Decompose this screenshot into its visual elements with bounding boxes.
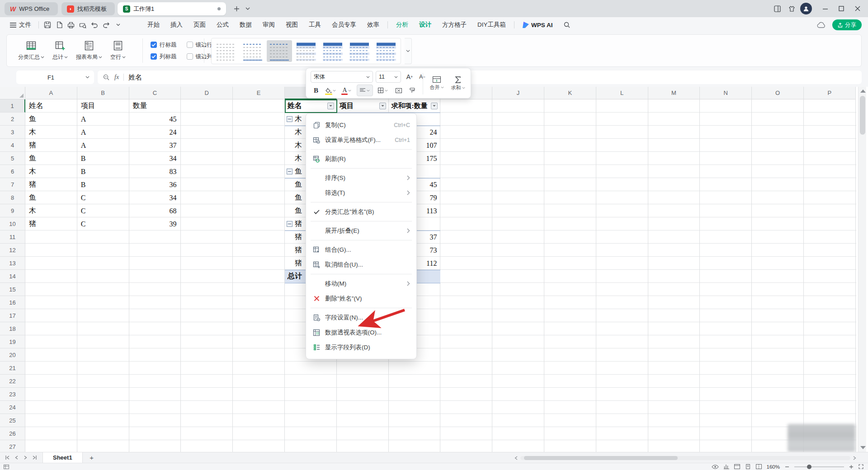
menu-item-4[interactable]: 数据 — [234, 19, 257, 31]
prev-sheet-icon[interactable] — [12, 453, 21, 462]
menubar-search-icon[interactable] — [558, 20, 576, 30]
menu-plugin-0[interactable]: 方方格子 — [437, 19, 472, 31]
font-name-combo[interactable]: 宋体 — [311, 71, 373, 83]
undo-icon[interactable] — [89, 19, 100, 30]
cell-B6[interactable]: B — [78, 165, 125, 178]
cell-C7[interactable]: 36 — [130, 178, 177, 191]
collapse-minus-icon[interactable] — [287, 169, 292, 174]
tab-workbook1[interactable]: S 工作簿1 — [118, 2, 226, 15]
format-painter-icon[interactable] — [406, 85, 418, 96]
pivot-header-1[interactable]: 项目 — [340, 99, 380, 113]
last-sheet-icon[interactable] — [30, 453, 39, 462]
column-header-C[interactable]: C — [129, 87, 181, 99]
cell-B8[interactable]: C — [78, 191, 125, 204]
context-menu-item-18[interactable]: 字段设置(N)... — [306, 310, 416, 325]
checkbox-checked-icon[interactable] — [151, 42, 157, 48]
quick-access-chevron-icon[interactable] — [113, 19, 123, 30]
file-menu[interactable]: 文件 — [0, 21, 36, 29]
row-header-4[interactable]: 4 — [0, 139, 25, 152]
scroll-right-icon[interactable] — [853, 456, 856, 460]
column-header-N[interactable]: N — [700, 87, 752, 99]
zoom-out-button[interactable] — [785, 465, 789, 469]
checkbox-3[interactable]: 镶边列 — [187, 53, 213, 61]
tab-docer-templates[interactable]: ◗ 找稻壳模板 — [61, 2, 115, 15]
column-header-A[interactable]: A — [25, 87, 77, 99]
row-header-19[interactable]: 19 — [0, 335, 25, 348]
cell-A10[interactable]: 猪 — [26, 217, 73, 230]
new-tab-button[interactable] — [231, 4, 241, 14]
cell-A2[interactable]: 鱼 — [26, 113, 73, 126]
checkbox-1[interactable]: 镶边行 — [187, 41, 213, 49]
first-sheet-icon[interactable] — [3, 453, 12, 462]
row-header-9[interactable]: 9 — [0, 204, 25, 217]
cell-A3[interactable]: 木 — [26, 126, 73, 139]
row-header-17[interactable]: 17 — [0, 309, 25, 322]
menu-item-7[interactable]: 工具 — [303, 19, 326, 31]
scroll-down-icon[interactable] — [860, 446, 866, 449]
fill-color-button[interactable] — [323, 85, 338, 96]
menu-item-0[interactable]: 开始 — [142, 19, 165, 31]
cell-C1[interactable]: 数量 — [130, 99, 177, 113]
cell-A5[interactable]: 鱼 — [26, 152, 73, 165]
close-button[interactable] — [852, 3, 863, 14]
vertical-scrollbar[interactable] — [858, 87, 866, 452]
view-page-layout-icon[interactable] — [745, 464, 751, 469]
row-header-14[interactable]: 14 — [0, 270, 25, 283]
subtotal-button[interactable]: 分类汇总 — [14, 37, 48, 65]
context-menu-item-6[interactable]: 筛选(T) — [306, 185, 416, 200]
menu-item-3[interactable]: 公式 — [211, 19, 234, 31]
cell-C10[interactable]: 39 — [130, 217, 177, 230]
font-size-combo[interactable]: 11 — [376, 71, 401, 83]
fx-icon[interactable]: fx — [114, 74, 119, 81]
zoom-in-button[interactable] — [849, 465, 854, 469]
sheet-grid[interactable]: ABCDEFGHIJKLMNOP 12345678910111213141516… — [0, 87, 868, 452]
select-all-corner[interactable] — [0, 87, 25, 99]
formula-input[interactable]: fx 姓名 — [98, 70, 862, 84]
collapse-minus-icon[interactable] — [287, 116, 292, 122]
row-header-24[interactable]: 24 — [0, 401, 25, 414]
checkbox-unchecked-icon[interactable] — [187, 42, 193, 48]
row-header-16[interactable]: 16 — [0, 296, 25, 309]
merge-center-button[interactable]: 合并 — [426, 71, 447, 96]
pivot-style-5[interactable] — [347, 40, 372, 62]
zoom-slider[interactable] — [794, 466, 844, 467]
filter-dropdown-icon[interactable] — [379, 103, 386, 109]
collapse-minus-icon[interactable] — [287, 221, 292, 227]
row-header-23[interactable]: 23 — [0, 388, 25, 401]
font-color-button[interactable]: A — [340, 85, 354, 96]
context-menu-item-0[interactable]: 复制(C)Ctrl+C — [306, 118, 416, 132]
row-header-20[interactable]: 20 — [0, 348, 25, 362]
cell-B9[interactable]: C — [78, 204, 125, 217]
add-sheet-button[interactable]: + — [87, 453, 96, 462]
borders-button[interactable] — [375, 85, 391, 96]
row-header-21[interactable]: 21 — [0, 362, 25, 375]
context-menu-item-13[interactable]: 取消组合(U)... — [306, 257, 416, 272]
skin-settings-icon[interactable] — [786, 3, 797, 14]
row-header-27[interactable]: 27 — [0, 440, 25, 452]
horizontal-scroll-thumb[interactable] — [524, 456, 678, 460]
tab-list-chevron-icon[interactable] — [243, 4, 253, 14]
context-menu-item-16[interactable]: 删除"姓名"(V) — [306, 291, 416, 306]
zoom-slider-handle[interactable] — [807, 465, 811, 469]
cell-B4[interactable]: A — [78, 139, 125, 152]
menu-item-9[interactable]: 效率 — [362, 19, 385, 31]
row-header-8[interactable]: 8 — [0, 191, 25, 204]
redo-icon[interactable] — [101, 19, 112, 30]
vertical-scroll-thumb[interactable] — [860, 96, 865, 135]
export-pdf-icon[interactable] — [54, 19, 65, 30]
pivot-header-2[interactable]: 求和项:数量 — [392, 99, 432, 113]
menu-tab-analyze[interactable]: 分析 — [391, 19, 414, 31]
cloud-sync-icon[interactable] — [817, 22, 826, 28]
cell-C2[interactable]: 45 — [130, 113, 177, 126]
print-icon[interactable] — [66, 19, 76, 30]
cell-B1[interactable]: 项目 — [78, 99, 125, 113]
checkbox-unchecked-icon[interactable] — [187, 53, 193, 60]
menu-item-1[interactable]: 插入 — [165, 19, 188, 31]
menu-wps-ai[interactable]: WPS AI — [517, 20, 558, 30]
merge-cells-icon[interactable] — [393, 85, 405, 96]
row-header-5[interactable]: 5 — [0, 152, 25, 165]
context-menu-item-1[interactable]: 设置单元格格式(F)...Ctrl+1 — [306, 132, 416, 147]
tab-wps-office[interactable]: W WPS Office — [5, 2, 58, 15]
autosum-button[interactable]: 求和 — [448, 71, 468, 96]
eye-protect-icon[interactable] — [712, 465, 719, 469]
